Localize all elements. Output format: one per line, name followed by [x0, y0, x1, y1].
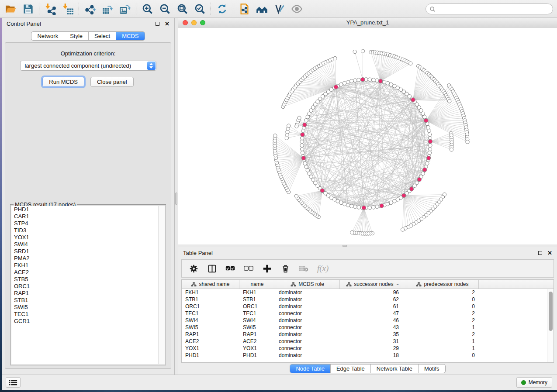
- network-node[interactable]: [375, 205, 379, 209]
- network-leaf-node[interactable]: [466, 140, 469, 144]
- network-node[interactable]: [428, 151, 431, 155]
- network-hub-node[interactable]: [361, 78, 365, 82]
- network-hub-node[interactable]: [427, 156, 431, 160]
- export-network-button[interactable]: [81, 1, 99, 16]
- new-network-from-file-button[interactable]: [235, 1, 253, 16]
- mcds-result-item[interactable]: SWI4: [11, 241, 158, 248]
- table-tab-node-table[interactable]: Node Table: [290, 364, 330, 373]
- close-panel-icon[interactable]: ✕: [547, 251, 552, 255]
- network-node[interactable]: [375, 79, 379, 82]
- network-leaf-node[interactable]: [401, 228, 404, 231]
- bird-eye-view-button[interactable]: [288, 1, 305, 16]
- column-header-shared-name[interactable]: shared name: [182, 280, 239, 289]
- task-history-button[interactable]: [6, 377, 21, 388]
- table-settings-button[interactable]: [189, 264, 198, 273]
- table-row[interactable]: ACE2ACE2connector311: [182, 338, 554, 345]
- network-hub-node[interactable]: [411, 98, 415, 102]
- network-node[interactable]: [350, 204, 353, 208]
- scrollbar-thumb[interactable]: [549, 292, 553, 331]
- network-hub-node[interactable]: [362, 206, 366, 210]
- function-builder-button[interactable]: f(x): [317, 264, 329, 273]
- network-node[interactable]: [301, 129, 305, 133]
- import-network-button[interactable]: [42, 1, 59, 16]
- zoom-out-button[interactable]: [156, 1, 173, 16]
- network-node[interactable]: [429, 144, 432, 147]
- network-hub-node[interactable]: [320, 189, 324, 193]
- mcds-result-item[interactable]: ACE2: [11, 269, 158, 276]
- network-node[interactable]: [300, 140, 304, 144]
- table-row[interactable]: STB1STB1dominator620: [182, 296, 554, 303]
- close-panel-icon[interactable]: ✕: [165, 22, 170, 26]
- mcds-result-item[interactable]: SWI5: [11, 304, 158, 311]
- network-node[interactable]: [339, 201, 343, 204]
- table-row[interactable]: YOX1YOX1connector291: [182, 345, 554, 352]
- network-node[interactable]: [301, 151, 304, 155]
- refresh-button[interactable]: [213, 1, 231, 16]
- network-node[interactable]: [350, 79, 353, 83]
- network-node[interactable]: [427, 129, 431, 133]
- mcds-result-item[interactable]: PMA2: [11, 255, 158, 262]
- show-column-panel-button[interactable]: [207, 264, 217, 273]
- mcds-result-item[interactable]: YOX1: [11, 234, 158, 241]
- network-hub-node[interactable]: [423, 168, 427, 172]
- export-image-button[interactable]: [116, 1, 134, 16]
- network-node[interactable]: [386, 202, 389, 206]
- mcds-result-item[interactable]: ORC1: [11, 283, 158, 290]
- network-hub-node[interactable]: [428, 139, 432, 143]
- mcds-result-item[interactable]: SRD1: [11, 248, 158, 255]
- table-row[interactable]: FKH1FKH1dominator962: [182, 289, 554, 296]
- network-node[interactable]: [368, 78, 371, 81]
- network-node[interactable]: [357, 206, 360, 209]
- network-node[interactable]: [428, 133, 431, 136]
- mcds-result-item[interactable]: CAR1: [11, 213, 158, 220]
- select-all-button[interactable]: [225, 264, 235, 273]
- network-node[interactable]: [346, 80, 349, 84]
- network-leaf-node[interactable]: [350, 230, 354, 234]
- network-node[interactable]: [300, 147, 304, 151]
- mcds-result-item[interactable]: TID3: [11, 227, 158, 234]
- network-node[interactable]: [372, 206, 375, 209]
- network-node[interactable]: [300, 144, 304, 147]
- close-panel-button[interactable]: Close panel: [90, 77, 134, 87]
- network-leaf-node[interactable]: [448, 100, 451, 103]
- tab-mcds[interactable]: MCDS: [116, 32, 144, 40]
- mcds-result-item[interactable]: GCR1: [11, 318, 158, 325]
- network-leaf-node[interactable]: [409, 62, 412, 65]
- deselect-all-button[interactable]: [244, 264, 253, 273]
- zoom-selected-button[interactable]: [191, 1, 208, 16]
- network-node[interactable]: [343, 81, 346, 85]
- delete-table-button[interactable]: [299, 264, 308, 273]
- column-header-name[interactable]: name: [239, 280, 275, 289]
- table-row[interactable]: RAP1RAP1dominator352: [182, 331, 554, 338]
- network-hub-node[interactable]: [424, 119, 428, 123]
- network-hub-node[interactable]: [301, 156, 305, 160]
- save-session-button[interactable]: [19, 1, 37, 16]
- search-box[interactable]: [426, 3, 553, 14]
- network-node[interactable]: [423, 115, 426, 119]
- network-node[interactable]: [353, 79, 357, 82]
- minimize-window-icon[interactable]: [191, 20, 197, 25]
- network-leaf-node[interactable]: [298, 116, 301, 120]
- zoom-fit-button[interactable]: [173, 1, 191, 16]
- network-hub-node[interactable]: [402, 193, 406, 197]
- import-table-button[interactable]: [59, 1, 76, 16]
- network-node[interactable]: [346, 203, 349, 207]
- tab-select[interactable]: Select: [88, 32, 116, 40]
- delete-column-button[interactable]: [280, 264, 290, 273]
- mcds-result-list[interactable]: PHD1CAR1STP4TID3YOX1SWI4SRD1PMA2FKH1ACE2…: [11, 206, 158, 364]
- network-overview-button[interactable]: [253, 1, 270, 16]
- mcds-result-item[interactable]: STP4: [11, 220, 158, 227]
- network-leaf-node[interactable]: [287, 124, 291, 127]
- table-tab-motifs[interactable]: Motifs: [418, 364, 445, 373]
- criterion-select[interactable]: largest connected component (undirected): [20, 61, 156, 71]
- tab-style[interactable]: Style: [64, 32, 88, 40]
- network-leaf-node[interactable]: [361, 49, 364, 53]
- network-node[interactable]: [353, 205, 357, 209]
- mcds-list-scrollbar[interactable]: [158, 206, 165, 364]
- table-tab-network-table[interactable]: Network Table: [370, 364, 418, 373]
- network-node[interactable]: [303, 162, 307, 165]
- mcds-result-item[interactable]: PHD1: [11, 206, 158, 213]
- network-node[interactable]: [426, 162, 429, 165]
- table-row[interactable]: SWI4SWI4dominator462: [182, 317, 554, 324]
- column-header-successor-nodes[interactable]: successor nodes⌄: [340, 280, 406, 289]
